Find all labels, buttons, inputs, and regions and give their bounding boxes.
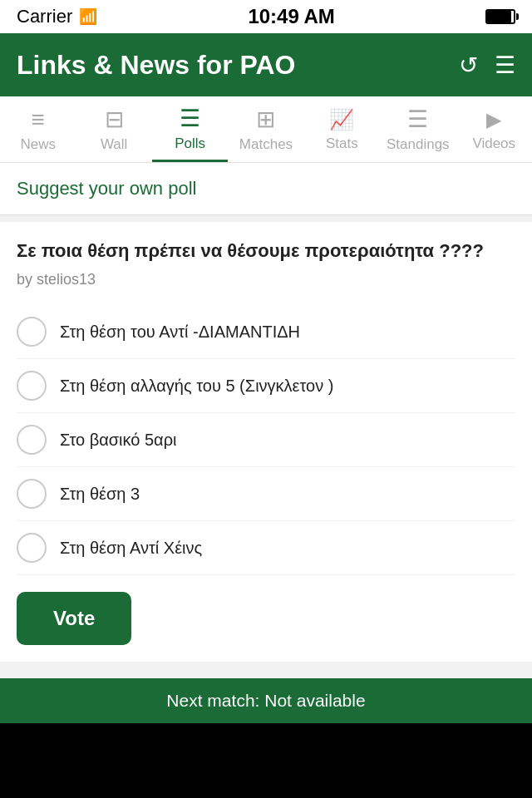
poll-option-4[interactable]: Στη θέση 3 <box>17 467 515 521</box>
tab-news-label: News <box>20 136 56 153</box>
app-header: Links & News for PAO ↺ ☰ <box>0 33 532 96</box>
option-2-text: Στη θέση αλλαγής του 5 (Σινγκλετον ) <box>60 375 333 397</box>
radio-3[interactable] <box>17 425 47 455</box>
tab-bar: News Wall Polls Matches Stats Standings … <box>0 96 532 163</box>
suggest-poll-banner[interactable]: Suggest your own poll <box>0 163 532 215</box>
poll-option-2[interactable]: Στη θέση αλλαγής του 5 (Σινγκλετον ) <box>17 359 515 413</box>
status-bar: Carrier 📶 10:49 AM <box>0 0 532 33</box>
standings-icon <box>407 106 428 133</box>
radio-2[interactable] <box>17 371 47 401</box>
poll-card: Σε ποια θέση πρέπει να θέσουμε προτεραιό… <box>0 222 532 662</box>
tab-stats[interactable]: Stats <box>304 96 380 162</box>
radio-4[interactable] <box>17 479 47 509</box>
option-3-text: Στο βασικό 5αρι <box>60 429 177 451</box>
tab-matches[interactable]: Matches <box>228 96 303 162</box>
header-actions: ↺ ☰ <box>459 52 515 79</box>
option-4-text: Στη θέση 3 <box>60 483 140 505</box>
content-area: Suggest your own poll Σε ποια θέση πρέπε… <box>0 163 532 678</box>
tab-stats-label: Stats <box>326 135 358 152</box>
radio-5[interactable] <box>17 533 47 563</box>
wall-icon <box>105 106 124 133</box>
tab-polls-label: Polls <box>175 135 205 152</box>
app-title: Links & News for PAO <box>17 50 295 81</box>
polls-icon <box>180 105 200 132</box>
poll-option-5[interactable]: Στη θέση Αντί Χέινς <box>17 521 515 575</box>
tab-matches-label: Matches <box>239 136 293 153</box>
tab-news[interactable]: News <box>0 96 76 162</box>
suggest-poll-label: Suggest your own poll <box>17 178 196 199</box>
stats-icon <box>329 106 354 132</box>
option-1-text: Στη θέση του Αντί -ΔΙΑΜΑΝΤΙΔΗ <box>60 321 300 342</box>
poll-option-1[interactable]: Στη θέση του Αντί -ΔΙΑΜΑΝΤΙΔΗ <box>17 305 515 359</box>
videos-icon <box>486 106 501 132</box>
tab-wall-label: Wall <box>101 136 127 153</box>
poll-author: by stelios13 <box>17 271 515 288</box>
vote-btn-area: Vote <box>17 575 515 645</box>
poll-question: Σε ποια θέση πρέπει να θέσουμε προτεραιό… <box>17 239 515 264</box>
time-display: 10:49 AM <box>248 5 334 28</box>
tab-videos-label: Videos <box>472 135 515 152</box>
battery-fill <box>487 11 511 22</box>
refresh-icon[interactable]: ↺ <box>459 52 478 79</box>
carrier-label: Carrier <box>17 6 72 27</box>
tab-standings-label: Standings <box>387 136 450 153</box>
radio-1[interactable] <box>17 317 47 347</box>
tab-wall[interactable]: Wall <box>76 96 151 162</box>
carrier-info: Carrier 📶 <box>17 6 97 27</box>
tab-standings[interactable]: Standings <box>380 96 456 162</box>
next-match-text: Next match: Not available <box>166 691 365 711</box>
battery-area <box>485 9 515 24</box>
news-icon <box>32 106 45 133</box>
battery-icon <box>485 9 515 24</box>
menu-icon[interactable]: ☰ <box>495 52 515 79</box>
option-5-text: Στη θέση Αντί Χέινς <box>60 537 202 559</box>
vote-button[interactable]: Vote <box>17 592 131 645</box>
footer <box>0 723 532 798</box>
tab-videos[interactable]: Videos <box>456 96 532 162</box>
tab-polls[interactable]: Polls <box>152 96 228 162</box>
bottom-bar: Next match: Not available <box>0 678 532 723</box>
matches-icon <box>256 106 275 133</box>
wifi-icon: 📶 <box>79 7 97 26</box>
poll-option-3[interactable]: Στο βασικό 5αρι <box>17 413 515 467</box>
